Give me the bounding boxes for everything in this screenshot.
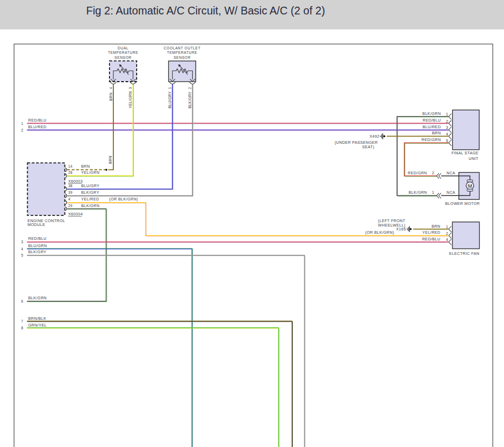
svg-text:28: 28 [68,170,73,174]
svg-text:BLU/GRY: BLU/GRY [81,184,99,188]
svg-text:BLOWER MOTOR: BLOWER MOTOR [445,202,480,205]
svg-text:BLK/GRN: BLK/GRN [408,190,427,194]
svg-text:YEL/GRN: YEL/GRN [81,170,99,174]
svg-text:ENGINE CONTROL: ENGINE CONTROL [27,219,65,223]
svg-text:2: 2 [432,171,434,175]
svg-text:(LEFT FRONT: (LEFT FRONT [378,219,406,223]
svg-text:UNIT: UNIT [468,157,478,160]
svg-text:NCA: NCA [447,190,456,194]
svg-text:WHEELWELL): WHEELWELL) [378,223,405,228]
svg-text:2: 2 [21,128,23,132]
svg-text:BLK/GRN: BLK/GRN [81,204,99,208]
svg-text:RED/BLU: RED/BLU [28,118,47,122]
svg-text:BRN: BRN [108,155,112,164]
svg-text:2: 2 [446,119,448,123]
svg-text:YEL/GRN: YEL/GRN [128,91,132,108]
svg-text:BLU/GRY: BLU/GRY [168,91,172,108]
svg-text:GRN/YEL: GRN/YEL [28,323,47,327]
svg-text:1: 1 [21,122,23,125]
svg-text:BLU/RED: BLU/RED [423,125,441,129]
svg-text:BLK/GRY: BLK/GRY [28,250,47,254]
svg-text:1: 1 [432,190,434,194]
svg-text:BRN: BRN [432,224,441,228]
svg-text:2: 2 [188,87,192,89]
svg-text:4: 4 [446,132,448,136]
svg-text:6: 6 [21,299,23,303]
svg-text:COOLANT OUTLET: COOLANT OUTLET [164,46,201,50]
svg-text:RED/GRN: RED/GRN [422,138,441,142]
svg-text:(OR BLK/GRN): (OR BLK/GRN) [365,230,394,235]
svg-text:5: 5 [21,253,23,257]
svg-text:RED/BLU: RED/BLU [28,237,47,240]
svg-text:1: 1 [168,87,172,89]
svg-text:1: 1 [446,225,448,229]
svg-text:29: 29 [68,204,73,208]
svg-text:SENSOR: SENSOR [173,56,191,59]
svg-text:X60004: X60004 [68,212,83,216]
svg-text:1: 1 [446,112,448,116]
svg-text:4: 4 [68,197,71,201]
svg-text:BRN/BLK: BRN/BLK [28,317,46,320]
svg-text:2: 2 [446,232,448,235]
svg-text:SENSOR: SENSOR [114,56,132,59]
svg-text:TEMPERATURE: TEMPERATURE [167,51,197,54]
svg-text:NCA: NCA [447,171,456,175]
svg-text:3: 3 [446,125,448,129]
svg-text:FINAL STAGE: FINAL STAGE [451,151,478,155]
svg-text:ELECTRIC FAN: ELECTRIC FAN [449,252,479,255]
svg-text:RED/BLU: RED/BLU [423,118,441,122]
svg-text:BLK/GRY: BLK/GRY [81,190,99,194]
svg-text:4: 4 [109,87,113,89]
svg-text:7: 7 [21,319,23,323]
svg-text:YEL/RED: YEL/RED [81,197,99,201]
svg-text:38: 38 [68,184,73,188]
svg-text:TEMPERATURE: TEMPERATURE [108,51,138,54]
svg-text:SEAT): SEAT) [362,145,375,149]
svg-text:BRN: BRN [81,164,90,168]
svg-text:X165: X165 [396,227,406,231]
svg-text:X492: X492 [370,134,380,138]
svg-text:BRN: BRN [432,131,441,135]
svg-text:(OR BLK/GRN): (OR BLK/GRN) [109,197,138,202]
svg-text:RED/GRN: RED/GRN [408,171,427,175]
svg-text:3: 3 [21,240,23,244]
svg-text:MODULE: MODULE [27,223,45,227]
svg-text:YEL/RED: YEL/RED [422,230,440,234]
svg-text:4: 4 [446,238,448,242]
svg-text:39: 39 [68,190,73,194]
svg-text:X60003: X60003 [68,179,83,183]
svg-text:BRN: BRN [109,93,113,101]
svg-text:8: 8 [21,326,23,330]
svg-text:5: 5 [446,139,448,143]
svg-text:4: 4 [21,247,23,251]
svg-text:14: 14 [68,164,73,168]
svg-text:BLK/GRY: BLK/GRY [188,91,192,108]
svg-text:BLU/GRN: BLU/GRN [28,244,47,248]
svg-text:3: 3 [128,87,132,89]
svg-text:BLU/RED: BLU/RED [28,125,47,129]
svg-text:DUAL: DUAL [118,46,129,50]
svg-text:RED/BLU: RED/BLU [422,237,441,241]
svg-text:BLK/GRN: BLK/GRN [28,296,47,300]
svg-text:(UNDER PASSENGER: (UNDER PASSENGER [335,140,378,145]
svg-text:BLK/GRN: BLK/GRN [422,112,441,115]
svg-text:M: M [468,183,472,189]
